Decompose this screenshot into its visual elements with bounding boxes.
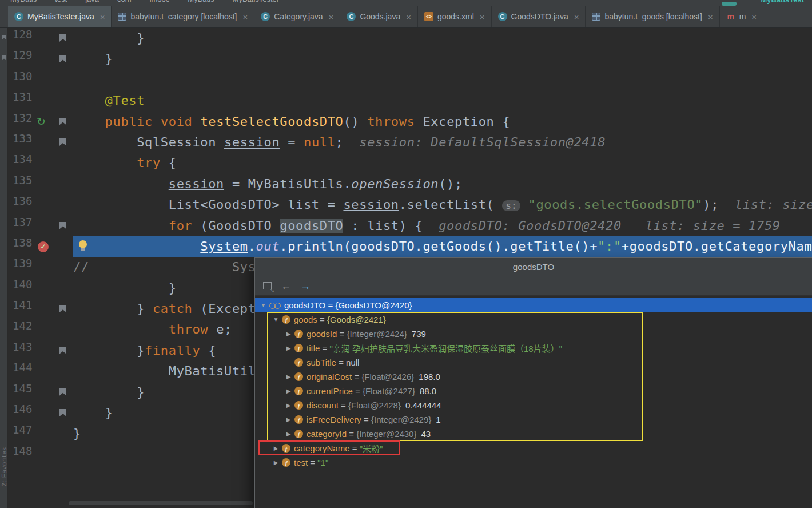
breadcrumb[interactable]: MyBatistestjavacomimoocMyBatisMyBatisTes… bbox=[10, 0, 297, 3]
object-ref: {Integer@2424} bbox=[347, 329, 407, 339]
forward-icon[interactable]: → bbox=[300, 281, 311, 291]
bookmark-icon[interactable] bbox=[59, 409, 66, 416]
variable-name: goodsDTO bbox=[284, 300, 325, 310]
code-text[interactable] bbox=[73, 70, 812, 90]
code-line-138[interactable]: 138✓ System.out.println(goodsDTO.getGood… bbox=[8, 236, 812, 257]
close-tab-icon[interactable]: × bbox=[751, 12, 757, 22]
variable-row-subTitle[interactable]: fsubTitle = null bbox=[255, 355, 812, 370]
code-text[interactable]: for (GoodsDTO goodsDTO : list) { goodsDT… bbox=[73, 216, 812, 236]
code-line-131[interactable]: 131 @Test bbox=[8, 90, 812, 111]
variable-row-originalCost[interactable]: ▶foriginalCost = {Float@2426}198.0 bbox=[255, 370, 812, 384]
tab-babytun-t-category-localhost-[interactable]: babytun.t_category [localhost]× bbox=[112, 6, 254, 27]
code-line-129[interactable]: 129 } bbox=[8, 49, 812, 69]
line-number: 135 bbox=[13, 174, 32, 186]
bookmark-icon[interactable] bbox=[59, 118, 66, 125]
bookmark-icon[interactable] bbox=[59, 55, 66, 62]
breadcrumb-item[interactable]: MyBatis bbox=[188, 0, 214, 3]
expand-arrow-icon[interactable]: ▶ bbox=[285, 374, 292, 380]
variable-row-title[interactable]: ▶ftitle = "亲润 孕妇护肤品豆乳大米盈润保湿胶原蚕丝面膜（18片装）" bbox=[255, 341, 812, 355]
close-tab-icon[interactable]: × bbox=[100, 12, 105, 22]
code-text[interactable]: try { bbox=[73, 153, 812, 173]
variable-row-test[interactable]: ▶ftest = "1" bbox=[255, 455, 812, 470]
tab-category-java[interactable]: CCategory.java× bbox=[254, 6, 340, 27]
tab-goodsdto-java[interactable]: CGoodsDTO.java× bbox=[492, 6, 586, 27]
close-tab-icon[interactable]: × bbox=[406, 12, 411, 22]
expand-arrow-icon[interactable]: ▶ bbox=[285, 331, 292, 337]
bookmark-icon[interactable] bbox=[59, 347, 66, 354]
run-button[interactable] bbox=[722, 2, 737, 6]
line-number: 138 bbox=[13, 236, 32, 249]
tab-goods-java[interactable]: CGoods.java× bbox=[340, 6, 418, 27]
breadcrumb-item[interactable]: java bbox=[85, 0, 99, 3]
variable-row-categoryId[interactable]: ▶fcategoryId = {Integer@2430}43 bbox=[255, 427, 812, 441]
breadcrumb-item[interactable]: test bbox=[55, 0, 67, 3]
close-tab-icon[interactable]: × bbox=[574, 12, 579, 22]
expand-arrow-icon[interactable]: ▶ bbox=[285, 402, 292, 408]
variable-row-currentPrice[interactable]: ▶fcurrentPrice = {Float@2427}88.0 bbox=[255, 384, 812, 398]
code-text[interactable]: } bbox=[73, 49, 812, 69]
code-text[interactable]: session = MyBatisUtils.openSession(); bbox=[73, 174, 812, 195]
variable-row-isFreeDelivery[interactable]: ▶fisFreeDelivery = {Integer@2429}1 bbox=[255, 412, 812, 427]
close-tab-icon[interactable]: × bbox=[480, 12, 485, 22]
expand-arrow-icon[interactable]: ▶ bbox=[272, 459, 280, 466]
code-line-134[interactable]: 134 try { bbox=[8, 153, 812, 173]
variable-row-goodsId[interactable]: ▶fgoodsId = {Integer@2424}739 bbox=[255, 327, 812, 341]
stripe-mark-icon[interactable] bbox=[2, 35, 6, 40]
code-line-133[interactable]: 133 SqlSession session = null; session: … bbox=[8, 132, 812, 153]
code-text[interactable]: SqlSession session = null; session: Defa… bbox=[73, 132, 812, 153]
field-icon: f bbox=[294, 430, 303, 438]
variable-row-discount[interactable]: ▶fdiscount = {Float@2428}0.444444 bbox=[255, 398, 812, 412]
expand-arrow-icon[interactable]: ▶ bbox=[285, 416, 292, 423]
close-tab-icon[interactable]: × bbox=[329, 12, 334, 22]
code-line-136[interactable]: 136 List<GoodsDTO> list = session.select… bbox=[8, 195, 812, 215]
variable-row-goods[interactable]: ▼fgoods = {Goods@2421} bbox=[255, 312, 812, 327]
back-icon[interactable]: ← bbox=[281, 281, 291, 291]
run-configuration-label[interactable]: MyBatisTest bbox=[761, 0, 804, 4]
code-text[interactable]: } bbox=[73, 28, 812, 49]
expand-arrow-icon[interactable]: ▶ bbox=[272, 445, 280, 451]
code-line-137[interactable]: 137 for (GoodsDTO goodsDTO : list) { goo… bbox=[8, 216, 812, 236]
tab-goods-xml[interactable]: <>goods.xml× bbox=[418, 6, 492, 27]
tab-babytun-t-goods-localhost-[interactable]: babytun.t_goods [localhost]× bbox=[586, 6, 719, 27]
breadcrumb-item[interactable]: MyBatisTester bbox=[233, 0, 280, 3]
gutter: 142 bbox=[8, 319, 73, 340]
variable-row-categoryName[interactable]: ▶fcategoryName = "米粉" bbox=[255, 441, 812, 455]
close-tab-icon[interactable]: × bbox=[708, 12, 713, 22]
expand-arrow-icon[interactable]: ▼ bbox=[260, 302, 267, 308]
horizontal-scrollbar[interactable] bbox=[69, 501, 253, 505]
breadcrumb-item[interactable]: imooc bbox=[150, 0, 170, 3]
intention-bulb-icon[interactable] bbox=[79, 240, 87, 248]
field-icon: f bbox=[282, 315, 290, 324]
expand-arrow-icon[interactable]: ▶ bbox=[285, 345, 292, 351]
string-value: "1" bbox=[317, 458, 328, 467]
rerun-icon[interactable]: ↻ bbox=[37, 114, 46, 129]
code-line-130[interactable]: 130 bbox=[8, 70, 812, 90]
bookmark-icon[interactable] bbox=[59, 34, 66, 42]
breadcrumb-item[interactable]: MyBatis bbox=[10, 0, 37, 3]
bookmark-icon[interactable] bbox=[59, 222, 66, 229]
tab-m[interactable]: mm× bbox=[720, 6, 763, 27]
tab-mybatistester-java[interactable]: CMyBatisTester.java× bbox=[8, 6, 112, 27]
code-text[interactable]: System.out.println(goodsDTO.getGoods().g… bbox=[73, 236, 812, 257]
expand-arrow-icon[interactable]: ▼ bbox=[272, 316, 280, 323]
bookmark-icon[interactable] bbox=[59, 305, 66, 312]
stripe-mark-icon[interactable] bbox=[2, 55, 6, 61]
bookmark-icon[interactable] bbox=[59, 388, 66, 396]
code-line-132[interactable]: 132↻ public void testSelectGoodsDTO() th… bbox=[8, 112, 812, 132]
bookmark-icon[interactable] bbox=[59, 138, 66, 146]
tool-button-favorites[interactable]: 2: Favorites bbox=[1, 447, 7, 486]
breakpoint-icon[interactable]: ✓ bbox=[38, 241, 49, 252]
breadcrumb-item[interactable]: com bbox=[117, 0, 132, 3]
tab-label: Goods.java bbox=[360, 12, 400, 21]
close-tab-icon[interactable]: × bbox=[243, 12, 248, 22]
code-text[interactable]: public void testSelectGoodsDTO() throws … bbox=[73, 112, 812, 132]
gutter: 132↻ bbox=[8, 112, 73, 132]
expand-arrow-icon[interactable]: ▶ bbox=[285, 388, 292, 394]
code-line-135[interactable]: 135 session = MyBatisUtils.openSession()… bbox=[8, 174, 812, 195]
expand-arrow-icon[interactable]: ▶ bbox=[285, 431, 292, 437]
variable-row-goodsDTO[interactable]: ▼goodsDTO = {GoodsDTO@2420} bbox=[255, 298, 812, 312]
show-in-variables-icon[interactable] bbox=[263, 282, 272, 289]
code-line-128[interactable]: 128 } bbox=[8, 28, 812, 49]
code-text[interactable]: @Test bbox=[73, 90, 812, 111]
code-text[interactable]: List<GoodsDTO> list = session.selectList… bbox=[73, 195, 812, 215]
